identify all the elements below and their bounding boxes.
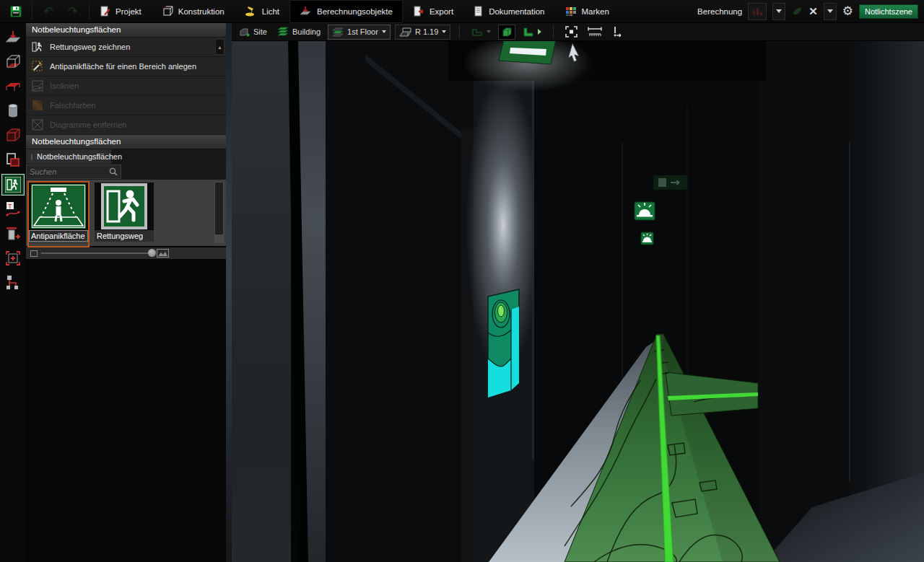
- view-3d-button[interactable]: [498, 25, 515, 40]
- gallery-scrollbar-thumb[interactable]: [215, 183, 223, 234]
- slider-knob[interactable]: [148, 249, 156, 257]
- measure-vertical-button[interactable]: [609, 25, 625, 39]
- building-label: Building: [292, 27, 321, 36]
- export-icon: [413, 6, 424, 17]
- rail-object-tree[interactable]: [2, 273, 24, 293]
- mode-tabs: Projekt Konstruktion Licht Berechnungsob…: [90, 0, 619, 23]
- escape-route-icon: [32, 41, 43, 53]
- chevron-down-icon: [442, 30, 446, 33]
- site-button[interactable]: Site: [236, 26, 270, 38]
- rail-work-plane[interactable]: [2, 76, 24, 97]
- rail-calculation-room[interactable]: [2, 52, 24, 72]
- tool-draw-escape-route[interactable]: Rettungsweg zeichnen ▲: [26, 38, 226, 57]
- chevron-down-icon: [827, 9, 833, 13]
- tab-dokumentation[interactable]: Dokumentation: [463, 0, 554, 23]
- undo-button[interactable]: ↶: [40, 3, 57, 20]
- brands-icon: [565, 6, 577, 17]
- tab-berechnungsobjekte[interactable]: Berechnungsobjekte: [289, 0, 403, 23]
- search-input[interactable]: [27, 167, 108, 176]
- tab-konstruktion[interactable]: Konstruktion: [152, 0, 235, 23]
- eco-leaf-icon[interactable]: [791, 6, 803, 17]
- storey-visibility-button[interactable]: [468, 25, 494, 38]
- tab-export[interactable]: Export: [403, 0, 463, 23]
- rail-text-spline[interactable]: T: [2, 199, 24, 219]
- viewport-3d[interactable]: [232, 41, 924, 562]
- add-region-icon: [4, 250, 22, 267]
- luminaire-symbol: [635, 202, 655, 220]
- light-scene-badge[interactable]: Notlichtszene: [859, 4, 918, 19]
- tile-label: Rettungsweg: [95, 230, 154, 242]
- settings-button[interactable]: ⚙: [842, 5, 853, 17]
- rail-emergency-lighting[interactable]: [2, 175, 24, 195]
- text-spline-icon: T: [4, 201, 22, 218]
- catalog-radio[interactable]: Notbeleuchtungsflächen: [26, 149, 111, 164]
- floor-plan-icon: [523, 27, 534, 38]
- scene-render: [232, 41, 924, 562]
- construction-icon: [162, 6, 173, 17]
- divider: [459, 25, 460, 38]
- tile-art: [29, 183, 88, 230]
- start-calculation-button[interactable]: [748, 3, 767, 20]
- tab-label: Berechnungsobjekte: [317, 7, 393, 16]
- rail-calculation-cylinder[interactable]: [2, 101, 24, 121]
- tile-art: [95, 183, 154, 230]
- measure-icon: [588, 26, 602, 38]
- panel-splitter[interactable]: [226, 23, 232, 562]
- save-button[interactable]: [7, 3, 25, 20]
- cube-3d-icon: [502, 27, 513, 38]
- floor-dropdown[interactable]: 1st Floor: [328, 25, 391, 40]
- luminaire-symbol-small: [641, 232, 653, 245]
- tab-label: Projekt: [116, 7, 141, 16]
- object-gallery: Antipanikfläche Rettungsweg: [26, 180, 226, 246]
- room-value: R 1.19: [415, 27, 438, 36]
- measure-horizontal-button[interactable]: [585, 25, 605, 39]
- rail-calculation-surface[interactable]: [2, 27, 24, 48]
- tool-label: Isolinien: [50, 82, 79, 90]
- tab-projekt[interactable]: Projekt: [90, 0, 152, 23]
- thumbnail-size-row: [26, 247, 226, 259]
- tool-isolines[interactable]: Isolinien: [26, 76, 226, 96]
- magic-wand-icon: [32, 61, 43, 72]
- redo-icon: ↷: [68, 4, 77, 18]
- light-icon: [245, 6, 257, 17]
- tile-escape-route[interactable]: Rettungsweg: [95, 183, 154, 246]
- gallery-scrollbar[interactable]: [214, 182, 224, 243]
- false-colors-icon: [32, 100, 43, 111]
- remove-diagrams-icon: [32, 119, 43, 131]
- tool-create-antipanic-area[interactable]: Antipanikfläche für einen Bereich anlege…: [26, 57, 226, 76]
- view-plan-button[interactable]: [520, 25, 544, 39]
- tile-antipanic-area[interactable]: Antipanikfläche: [29, 183, 88, 246]
- cancel-dropdown[interactable]: [824, 3, 837, 20]
- wall-diagram: [488, 289, 519, 398]
- room-icon: [399, 27, 411, 37]
- rail-calculation-cube[interactable]: [2, 126, 24, 146]
- project-icon: [100, 6, 110, 17]
- search-icon[interactable]: [108, 167, 118, 177]
- chevron-down-icon: [382, 30, 386, 33]
- tab-marken[interactable]: Marken: [555, 0, 619, 23]
- rail-calculation-areas[interactable]: [2, 150, 24, 170]
- scroll-up-button[interactable]: ▲: [215, 39, 225, 55]
- panel-title: Notbeleuchtungsflächen: [26, 23, 226, 38]
- building-button[interactable]: Building: [274, 25, 323, 38]
- rail-add-region[interactable]: [2, 248, 24, 268]
- catalog-filter-row: Notbeleuchtungsflächen: [26, 149, 226, 164]
- redo-button[interactable]: ↷: [64, 3, 82, 20]
- small-thumbnail-icon: [30, 250, 38, 257]
- rail-add-column[interactable]: [2, 224, 24, 244]
- search-box: [26, 164, 121, 179]
- tool-false-colors[interactable]: Falschfarben: [26, 96, 226, 115]
- storey-icon: [471, 27, 483, 37]
- gear-icon: ⚙: [842, 4, 853, 18]
- room-dropdown[interactable]: R 1.19: [395, 25, 450, 40]
- tab-label: Licht: [262, 7, 279, 16]
- tool-remove-diagrams[interactable]: Diagramme entfernen: [26, 115, 226, 135]
- escape-route-sign-icon: [101, 183, 147, 229]
- tab-label: Konstruktion: [178, 7, 225, 16]
- calculation-chart-icon: [751, 6, 763, 17]
- zoom-fit-button[interactable]: [562, 25, 580, 39]
- calculation-dropdown[interactable]: [772, 3, 785, 20]
- tab-licht[interactable]: Licht: [235, 0, 289, 23]
- cancel-calculation-button[interactable]: ✕: [808, 6, 818, 17]
- thumbnail-size-slider[interactable]: [41, 253, 153, 254]
